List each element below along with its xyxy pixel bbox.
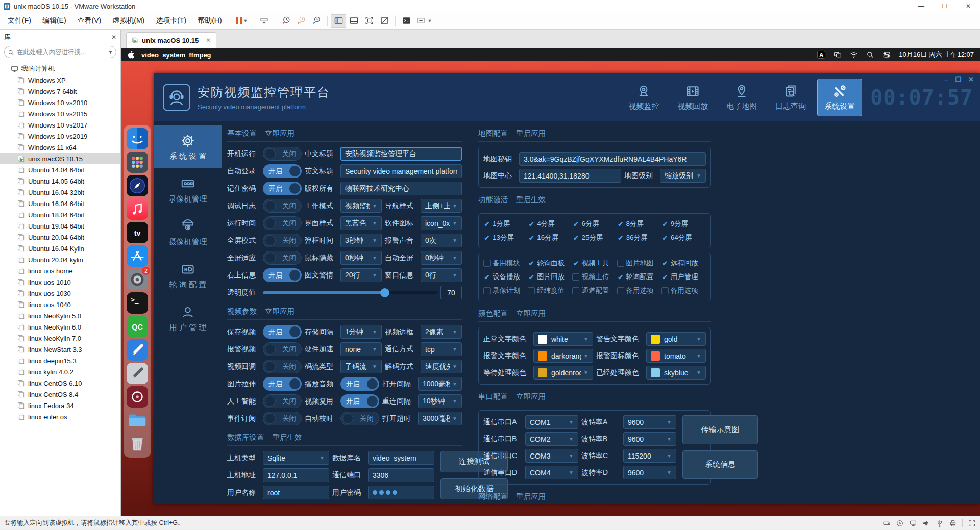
fullscreen-button[interactable] (361, 14, 377, 28)
vm-item[interactable]: linux NeoKylin 6.0 (0, 321, 120, 333)
text-input[interactable]: 物联网技术研究中心 (340, 182, 462, 195)
tree-root[interactable]: 我的计算机 (0, 63, 120, 74)
vm-item[interactable]: Ubuntu 18.04 64bit (0, 209, 120, 220)
dock-item-folder[interactable] (127, 410, 148, 431)
hard-disk-icon[interactable] (883, 519, 891, 527)
dock-item-music[interactable] (127, 198, 148, 220)
text-input[interactable]: Security video management platform (340, 164, 462, 178)
top-nav-item-film[interactable]: 视频回放 (670, 79, 715, 116)
app-restore-icon[interactable]: ❐ (955, 75, 961, 83)
sound-icon[interactable] (922, 519, 930, 527)
select[interactable]: 缩放级别 19▼ (660, 169, 706, 183)
top-nav-item-cam[interactable]: 视频监控 (621, 79, 666, 116)
side-nav-item-hd[interactable]: 轮 询 配 置 (154, 254, 222, 297)
vm-item[interactable]: linux uos home (0, 265, 120, 276)
text-input[interactable]: root (263, 486, 329, 499)
cd-rom-icon[interactable] (896, 519, 904, 527)
slider[interactable] (263, 291, 437, 294)
select[interactable]: COM2▼ (525, 432, 578, 446)
action-button[interactable]: 系统信息 (682, 450, 758, 479)
select[interactable]: 0秒钟▼ (421, 251, 462, 265)
color-select[interactable]: darkorange▼ (533, 349, 593, 363)
select[interactable]: 9600▼ (623, 466, 676, 479)
dock-item-terminal[interactable]: >_ (127, 292, 148, 314)
text-input[interactable]: 3.0&ak=9GqzBZjfGqXYXMzdfuRN9AL4B4PHaY6R (519, 152, 706, 166)
toggle[interactable]: 开启 (340, 394, 379, 408)
select[interactable]: 上侧+上侧▼ (421, 199, 462, 213)
select[interactable]: 3000毫秒▼ (418, 412, 462, 425)
toggle[interactable]: 关闭 (263, 199, 302, 213)
checkbox[interactable]: ✔远程回放 (662, 258, 706, 269)
thumbnail-bar-button[interactable] (346, 14, 361, 28)
checkbox[interactable]: 备用模块 (483, 258, 528, 269)
top-nav-item-tools[interactable]: 系统设置 (817, 79, 862, 116)
toggle[interactable]: 关闭 (263, 234, 302, 247)
checkbox[interactable]: 备用选项 (662, 285, 706, 296)
select[interactable]: 0次▼ (421, 234, 462, 247)
checkbox[interactable]: ✔轮询配置 (617, 271, 662, 283)
checkbox[interactable]: ✔轮询面板 (528, 258, 572, 269)
vm-item[interactable]: Ubuntu 20.04 kylin (0, 254, 120, 265)
color-select[interactable]: white▼ (533, 332, 593, 346)
checkbox[interactable]: ✔8分屏 (617, 218, 662, 230)
apple-icon[interactable] (127, 51, 134, 59)
text-input[interactable]: 127.0.0.1 (263, 468, 329, 482)
select[interactable]: COM3▼ (525, 449, 578, 463)
toggle[interactable]: 开启 (263, 268, 302, 282)
library-close-icon[interactable]: ✕ (111, 34, 116, 41)
usb-icon[interactable] (936, 519, 944, 527)
select[interactable]: 20行▼ (340, 268, 382, 282)
select[interactable]: 视频监控▼ (340, 199, 382, 213)
input-source-icon[interactable]: A (817, 51, 825, 59)
checkbox[interactable]: ✔64分屏 (662, 232, 706, 243)
vm-tab[interactable]: unix macOS 10.15 ✕ (126, 32, 216, 48)
console-view-button[interactable] (399, 14, 414, 28)
toggle[interactable]: 关闭 (263, 251, 302, 265)
printer-icon[interactable] (949, 519, 957, 527)
vm-item[interactable]: Ubuntu 16.04 32bit (0, 187, 120, 198)
dock-item-tool-gray[interactable] (127, 363, 148, 384)
vm-item[interactable]: linux uos 1040 (0, 299, 120, 310)
toggle[interactable]: 开启 (263, 164, 302, 178)
mac-app-name[interactable]: video_system_ffmpeg (141, 51, 211, 59)
select[interactable]: 0行▼ (421, 268, 462, 282)
vm-item[interactable]: Windows 7 64bit (0, 86, 120, 97)
dock-item-launchpad[interactable] (127, 152, 148, 173)
top-nav-item-log[interactable]: 日志查询 (768, 79, 813, 116)
checkbox[interactable]: 录像计划 (483, 285, 528, 296)
tree-expander-icon[interactable] (4, 67, 8, 71)
slider-knob[interactable] (380, 288, 389, 297)
dock-item-browser[interactable] (127, 175, 148, 196)
text-input[interactable]: 3306 (368, 468, 434, 482)
vm-item[interactable]: linux NeoKylin 7.0 (0, 333, 120, 344)
dock-item-preferences[interactable]: 2 (127, 269, 148, 290)
vm-item[interactable]: linux deepin15.3 (0, 355, 120, 366)
stretch-view-button[interactable]: ▼ (414, 14, 434, 28)
vm-search-input[interactable]: 在此处键入内容进行搜... ▼ (4, 46, 116, 58)
select[interactable]: tcp▼ (421, 342, 462, 356)
menu-item[interactable]: 文件(F) (2, 13, 37, 29)
text-input[interactable]: video_system (368, 451, 434, 465)
vm-item[interactable]: Ubuntu 14.04 64bit (0, 164, 120, 175)
dock-item-qc[interactable]: QC (127, 316, 148, 337)
checkbox[interactable]: ✔13分屏 (483, 232, 528, 243)
checkbox[interactable]: 图片地图 (617, 258, 662, 269)
toggle[interactable]: 开启 (263, 325, 302, 339)
toggle[interactable]: 开启 (340, 377, 379, 391)
menu-item[interactable]: 查看(V) (72, 13, 107, 29)
vm-item[interactable]: unix macOS 10.15 (0, 153, 120, 164)
dock-item-appstore[interactable] (127, 245, 148, 267)
vm-item[interactable]: linux CentOS 6.10 (0, 377, 120, 389)
checkbox[interactable]: 备用选项 (617, 285, 662, 296)
select[interactable]: 黑蓝色▼ (340, 216, 382, 230)
select[interactable]: 2像素▼ (421, 325, 462, 339)
vm-item[interactable]: linux Fedora 34 (0, 400, 120, 411)
select[interactable]: 1000毫秒▼ (418, 377, 462, 391)
vm-item[interactable]: linux NewStart 3.3 (0, 344, 120, 355)
mac-datetime[interactable]: 10月16日 周六 上午12:07 (899, 50, 974, 59)
checkbox[interactable]: 通道配置 (572, 285, 617, 296)
menu-item[interactable]: 虚拟机(M) (107, 13, 150, 29)
library-toggle-button[interactable] (331, 14, 346, 28)
select[interactable]: COM4▼ (525, 466, 578, 479)
vm-item[interactable]: Ubuntu 16.04 64bit (0, 198, 120, 209)
